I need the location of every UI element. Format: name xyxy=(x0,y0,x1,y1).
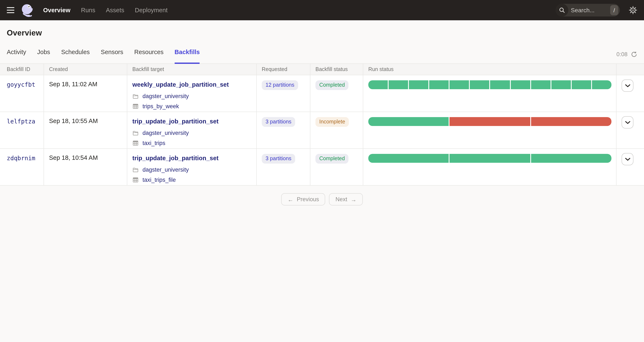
run-status-segment[interactable] xyxy=(368,117,449,126)
backfill-target-cell: trip_update_job_partition_setdagster_uni… xyxy=(127,112,257,148)
requested-cell: 12 partitions xyxy=(257,75,310,112)
run-status-segment[interactable] xyxy=(450,80,469,89)
job-link[interactable]: trip_update_job_partition_set xyxy=(132,155,218,162)
created-cell: Sep 18, 10:54 AM xyxy=(44,149,127,185)
requested-cell: 3 partitions xyxy=(257,149,310,185)
page-title: Overview xyxy=(7,28,637,38)
table-row: goyycfbtSep 18, 11:02 AMweekly_update_jo… xyxy=(0,75,644,112)
code-location-link[interactable]: dagster_university xyxy=(142,130,189,136)
primary-nav: OverviewRunsAssetsDeployment xyxy=(43,7,168,14)
backfill-id-link[interactable]: goyycfbt xyxy=(7,81,35,88)
chevron-down-icon xyxy=(625,121,630,124)
run-status-segment[interactable] xyxy=(551,80,571,89)
run-status-bar xyxy=(368,117,612,126)
run-status-segment[interactable] xyxy=(510,80,530,89)
search-input[interactable] xyxy=(568,7,610,14)
created-cell: Sep 18, 10:55 AM xyxy=(44,112,127,148)
backfill-status-cell: Incomplete xyxy=(310,112,363,148)
partition-set-link[interactable]: trips_by_week xyxy=(142,103,179,110)
column-header-run-status: Run status xyxy=(363,64,616,75)
nav-item-deployment[interactable]: Deployment xyxy=(135,7,168,14)
search-icon xyxy=(556,4,568,16)
code-location-link[interactable]: dagster_university xyxy=(142,93,189,99)
actions-cell xyxy=(616,149,644,185)
run-status-segment[interactable] xyxy=(490,80,510,89)
next-page-button[interactable]: Next → xyxy=(329,193,363,206)
partition-set-link[interactable]: taxi_trips xyxy=(142,140,165,146)
nav-item-runs[interactable]: Runs xyxy=(81,7,95,14)
backfill-target-cell: weekly_update_job_partition_setdagster_u… xyxy=(127,75,257,112)
nav-item-overview[interactable]: Overview xyxy=(43,7,70,14)
run-status-segment[interactable] xyxy=(368,80,388,89)
arrow-left-icon: ← xyxy=(288,196,294,202)
run-status-cell xyxy=(363,112,616,148)
table-row: zdqbrnimSep 18, 10:54 AMtrip_update_job_… xyxy=(0,149,644,186)
table-body: goyycfbtSep 18, 11:02 AMweekly_update_jo… xyxy=(0,75,644,186)
backfill-target-cell: trip_update_job_partition_setdagster_uni… xyxy=(127,149,257,185)
backfill-id-link[interactable]: lelfptza xyxy=(7,118,35,125)
tab-activity[interactable]: Activity xyxy=(7,44,26,64)
backfill-id-cell: goyycfbt xyxy=(0,75,44,112)
pagination: ← Previous Next → xyxy=(0,193,644,206)
refresh-icon[interactable] xyxy=(631,51,637,58)
row-actions-button[interactable] xyxy=(622,80,634,92)
run-status-bar xyxy=(368,154,612,163)
column-header-backfill-target: Backfill target xyxy=(127,64,257,75)
run-status-segment[interactable] xyxy=(531,117,612,126)
backfill-id-cell: zdqbrnim xyxy=(0,149,44,185)
tab-sensors[interactable]: Sensors xyxy=(101,44,123,64)
column-header-backfill-status: Backfill status xyxy=(310,64,363,75)
row-actions-button[interactable] xyxy=(622,116,634,128)
code-location-link[interactable]: dagster_university xyxy=(142,166,189,173)
arrow-right-icon: → xyxy=(350,196,356,202)
run-status-segment[interactable] xyxy=(368,154,449,163)
requested-badge[interactable]: 3 partitions xyxy=(262,154,295,164)
run-status-segment[interactable] xyxy=(409,80,428,89)
actions-cell xyxy=(616,75,644,112)
tab-jobs[interactable]: Jobs xyxy=(37,44,50,64)
app-root: OverviewRunsAssetsDeployment / xyxy=(0,0,644,342)
tabs-row: ActivityJobsSchedulesSensorsResourcesBac… xyxy=(0,44,644,64)
backfill-status-badge: Completed xyxy=(316,154,349,164)
search-box[interactable]: / xyxy=(556,4,620,16)
nav-item-assets[interactable]: Assets xyxy=(106,7,124,14)
run-status-segment[interactable] xyxy=(531,80,550,89)
tab-backfills[interactable]: Backfills xyxy=(175,44,200,64)
row-actions-button[interactable] xyxy=(622,153,634,165)
job-link[interactable]: trip_update_job_partition_set xyxy=(132,118,218,125)
backfill-status-badge: Completed xyxy=(316,80,349,90)
partition-set-link[interactable]: taxi_trips_file xyxy=(142,177,176,183)
run-status-segment[interactable] xyxy=(429,80,449,89)
backfill-status-cell: Completed xyxy=(310,75,363,112)
requested-badge[interactable]: 3 partitions xyxy=(262,117,295,127)
run-status-segment[interactable] xyxy=(450,154,530,163)
run-status-segment[interactable] xyxy=(470,80,490,89)
dagster-logo-icon[interactable] xyxy=(20,3,34,17)
top-navbar: OverviewRunsAssetsDeployment / xyxy=(0,0,644,20)
grid-icon xyxy=(132,103,139,110)
gear-icon[interactable] xyxy=(629,6,637,14)
grid-icon xyxy=(132,140,139,146)
tab-resources[interactable]: Resources xyxy=(134,44,164,64)
run-status-segment[interactable] xyxy=(531,154,612,163)
refresh-countdown: 0:08 xyxy=(616,51,637,58)
run-status-cell xyxy=(363,75,616,112)
refresh-timer: 0:08 xyxy=(616,51,628,58)
requested-badge[interactable]: 12 partitions xyxy=(262,80,298,90)
run-status-segment[interactable] xyxy=(450,117,530,126)
backfill-id-link[interactable]: zdqbrnim xyxy=(7,155,35,162)
tab-schedules[interactable]: Schedules xyxy=(61,44,90,64)
created-cell: Sep 18, 11:02 AM xyxy=(44,75,127,112)
run-status-segment[interactable] xyxy=(572,80,591,89)
hamburger-menu-icon[interactable] xyxy=(7,7,14,13)
run-status-segment[interactable] xyxy=(592,80,612,89)
folder-icon xyxy=(132,93,139,99)
folder-icon xyxy=(132,166,139,173)
job-link[interactable]: weekly_update_job_partition_set xyxy=(132,81,229,88)
actions-cell xyxy=(616,112,644,148)
tabs: ActivityJobsSchedulesSensorsResourcesBac… xyxy=(7,44,200,64)
search-shortcut-key: / xyxy=(610,5,618,15)
column-header-backfill-id: Backfill ID xyxy=(0,64,44,75)
run-status-segment[interactable] xyxy=(388,80,408,89)
previous-page-button[interactable]: ← Previous xyxy=(281,193,326,206)
